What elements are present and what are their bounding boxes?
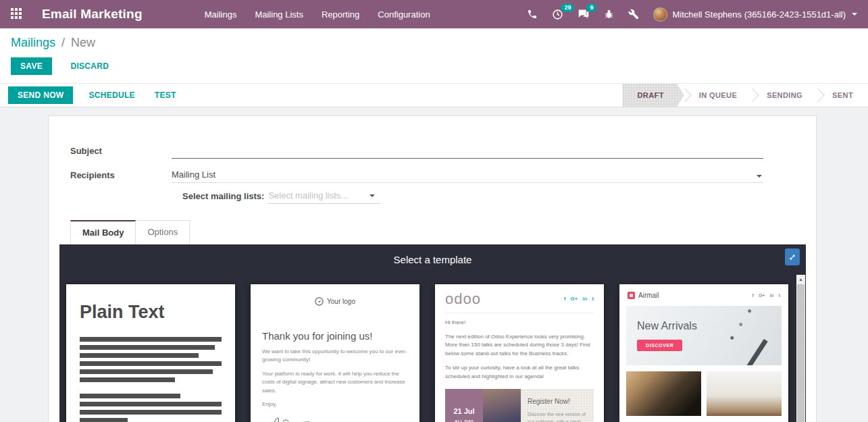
stage-label: SENT [832, 91, 853, 99]
text-line-bar [80, 369, 213, 374]
bug-icon[interactable] [604, 9, 614, 20]
main-nav: Mailings Mailing Lists Reporting Configu… [205, 9, 430, 20]
hero-title: New Arrivals [637, 320, 697, 332]
mailing-lists-select[interactable]: Select mailing lists... [268, 189, 380, 204]
social-icons: f G+ in t [752, 293, 780, 298]
airmail-header: Airmail f G+ in t [619, 284, 788, 306]
subject-input[interactable] [172, 144, 763, 159]
event-date: 21 Jul [453, 406, 474, 417]
page-background: Subject Recipients Mailing List Select m… [0, 115, 868, 422]
airmail-hero: New Arrivals DISCOVER [626, 306, 782, 365]
app-title[interactable]: Email Marketing [42, 7, 143, 22]
save-button[interactable]: SAVE [11, 57, 52, 75]
chevron-down-icon [757, 175, 762, 178]
cta-text: Discover the new version of our software… [528, 411, 587, 422]
guitar-photo [626, 371, 701, 416]
template-card-odoo-event[interactable]: odoo f G+ in t Hi there! The next editio… [435, 284, 604, 422]
statusbar: DRAFT IN QUEUE SENDING SENT [622, 84, 868, 107]
cta-title: Register Now! [528, 396, 587, 407]
stage-label: SENDING [767, 91, 802, 99]
odoo-body: Hi there! The next edition of Odoo Exper… [435, 319, 604, 422]
event-date-box: 21 Jul ALL DAY [445, 389, 483, 422]
messages-count-badge: 9 [586, 3, 596, 12]
plain-text-title: Plain Text [80, 302, 222, 323]
expand-arrows-icon [789, 253, 796, 261]
chevron-down-icon [852, 13, 857, 16]
linkedin-icon[interactable]: in [582, 296, 587, 302]
twitter-icon[interactable]: t [779, 293, 780, 298]
nav-mailings[interactable]: Mailings [205, 9, 237, 20]
template-card-welcome[interactable]: Your logo Thank you for joining us! We w… [251, 284, 419, 422]
messages-chat-icon[interactable]: 9 [578, 9, 590, 20]
stage-sent[interactable]: SENT [817, 84, 868, 107]
welcome-logo-row: Your logo [251, 284, 419, 325]
template-cards: Plain Text Your logo Thank you for joini… [66, 284, 788, 422]
scroll-up-arrow-icon[interactable]: ▲ [796, 275, 805, 284]
recipients-select[interactable]: Mailing List [172, 168, 763, 183]
welcome-heading: Thank you for joining us! [262, 330, 408, 342]
template-picker: Select a template Plain Text [59, 244, 806, 422]
support-tools-icon[interactable] [628, 9, 639, 20]
phone-icon[interactable] [527, 9, 538, 20]
twitter-icon[interactable]: t [592, 296, 594, 302]
tab-mail-body[interactable]: Mail Body [70, 220, 136, 244]
text-line-bar [80, 377, 175, 382]
google-plus-icon[interactable]: G+ [570, 296, 578, 302]
user-name: Mitchell Stephens (365166-2423-1551d1-al… [672, 9, 846, 20]
welcome-paragraph: We want to take this opportunity to welc… [262, 348, 408, 365]
tab-options[interactable]: Options [136, 220, 190, 244]
topbar: Email Marketing Mailings Mailing Lists R… [0, 0, 868, 28]
breadcrumb-separator: / [61, 36, 65, 49]
activities-clock-icon[interactable]: 29 [552, 9, 563, 20]
facebook-icon[interactable]: f [752, 293, 754, 298]
text-line-group [80, 394, 222, 422]
recipients-label: Recipients [70, 170, 172, 183]
discard-button[interactable]: DISCARD [66, 61, 113, 72]
stage-sending[interactable]: SENDING [752, 84, 817, 107]
schedule-button[interactable]: SCHEDULE [84, 90, 138, 101]
text-line-bar [80, 353, 199, 358]
linkedin-icon[interactable]: in [769, 293, 773, 298]
text-line-bar [80, 418, 128, 422]
odoo-paragraph: To stir up your curiosity, have a look a… [445, 364, 594, 381]
divider [445, 313, 594, 313]
event-row: 21 Jul ALL DAY Register Now! Discover th… [445, 389, 594, 422]
template-scrollbar[interactable]: ▲ [796, 275, 805, 422]
plain-text-bars [80, 337, 222, 422]
text-line-bar [80, 345, 215, 350]
stage-label: IN QUEUE [699, 91, 737, 99]
statusbar-row: SEND NOW SCHEDULE TEST DRAFT IN QUEUE SE… [0, 83, 868, 107]
odoo-paragraph: The next edition of Odoo Experience look… [445, 333, 594, 358]
odoo-greeting: Hi there! [445, 319, 594, 327]
nav-configuration[interactable]: Configuration [378, 9, 430, 20]
mailing-lists-row: Select mailing lists: Select mailing lis… [182, 189, 763, 204]
send-now-button[interactable]: SEND NOW [8, 86, 73, 104]
template-picker-header: Select a template [59, 244, 806, 274]
facebook-icon[interactable]: f [564, 296, 566, 302]
scrollbar-thumb[interactable] [797, 284, 805, 422]
stage-in-queue[interactable]: IN QUEUE [684, 84, 752, 107]
discover-button[interactable]: DISCOVER [637, 340, 682, 351]
nav-reporting[interactable]: Reporting [322, 9, 359, 20]
template-card-plain-text[interactable]: Plain Text [66, 284, 235, 422]
chevron-down-icon [369, 194, 375, 197]
notebook-tabs: Mail Body Options [70, 220, 805, 244]
stage-draft[interactable]: DRAFT [622, 84, 684, 107]
google-plus-icon[interactable]: G+ [759, 293, 765, 298]
event-allday: ALL DAY [455, 419, 474, 422]
cp-buttons: SAVE DISCARD [11, 57, 857, 75]
user-menu[interactable]: Mitchell Stephens (365166-2423-1551d1-al… [653, 7, 857, 22]
breadcrumb-current: New [71, 36, 95, 49]
text-line-bar [80, 402, 222, 406]
odoo-header: odoo f G+ in t [435, 284, 604, 311]
welcome-body: Thank you for joining us! We want to tak… [251, 330, 419, 422]
nav-mailing-lists[interactable]: Mailing Lists [255, 9, 303, 20]
test-button[interactable]: TEST [151, 90, 180, 101]
expand-button[interactable] [785, 248, 800, 265]
user-avatar [653, 7, 667, 22]
your-logo-label: Your logo [327, 298, 355, 305]
topbar-systray: 29 9 Mitchell Stephens (365166-2423-1551… [527, 7, 857, 22]
breadcrumb-mailings[interactable]: Mailings [11, 36, 55, 49]
template-card-airmail[interactable]: Airmail f G+ in t New Arrivals DI [619, 284, 788, 422]
apps-menu-icon[interactable] [11, 8, 23, 20]
